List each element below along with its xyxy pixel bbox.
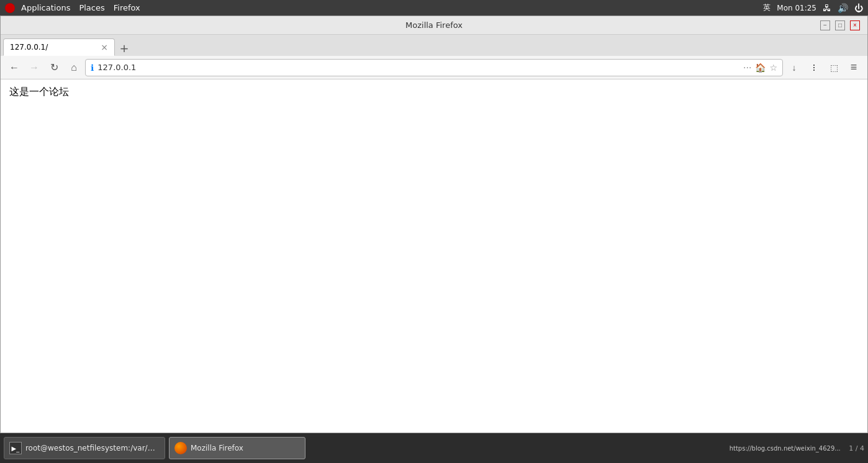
window-title: Mozilla Firefox [405, 20, 463, 30]
bookmark-star-icon[interactable]: ☆ [769, 63, 777, 73]
volume-icon[interactable]: 🔊 [838, 3, 848, 13]
nav-bar: ← → ↻ ⌂ ℹ 127.0.0.1 ··· 🏠 ☆ ↓ ⫶ ⬚ ≡ [1, 56, 867, 79]
page-main-text: 这是一个论坛 [9, 86, 69, 97]
sidebar-icon[interactable]: ⬚ [825, 59, 843, 76]
title-bar: Mozilla Firefox − □ × [1, 16, 867, 35]
forward-button[interactable]: → [25, 59, 43, 76]
menu-places[interactable]: Places [79, 3, 104, 12]
system-bar-right: 英 Mon 01:25 🖧 🔊 ⏻ [763, 2, 863, 13]
url-bar-actions: ··· 🏠 ☆ [743, 63, 777, 73]
new-tab-button[interactable]: + [116, 40, 132, 56]
back-button[interactable]: ← [6, 59, 23, 76]
download-icon[interactable]: ↓ [785, 59, 803, 76]
pocket-icon[interactable]: 🏠 [755, 63, 766, 73]
url-text: 127.0.0.1 [97, 63, 739, 72]
minimize-button[interactable]: − [820, 20, 830, 30]
nav-right-icons: ↓ ⫶ ⬚ ≡ [785, 59, 862, 76]
menu-applications[interactable]: Applications [21, 3, 70, 12]
firefox-window: Mozilla Firefox − □ × 127.0.0.1/ × + ← →… [0, 16, 868, 433]
page-content: 这是一个论坛 [1, 79, 867, 433]
home-button[interactable]: ⌂ [65, 59, 83, 76]
library-icon[interactable]: ⫶ [805, 59, 823, 76]
system-bar: Applications Places Firefox 英 Mon 01:25 … [0, 0, 868, 16]
language-indicator[interactable]: 英 [763, 2, 771, 13]
power-icon[interactable]: ⏻ [854, 3, 863, 13]
close-button[interactable]: × [850, 20, 860, 30]
network-icon[interactable]: 🖧 [823, 3, 831, 13]
tab-close-button[interactable]: × [101, 42, 108, 52]
tab-label: 127.0.0.1/ [10, 43, 48, 52]
info-icon[interactable]: ℹ [91, 63, 94, 73]
restore-button[interactable]: □ [835, 20, 845, 30]
menu-icon[interactable]: ≡ [845, 59, 862, 76]
more-actions-icon[interactable]: ··· [743, 63, 751, 73]
system-bar-left: Applications Places Firefox [5, 3, 140, 13]
system-menu: Applications Places Firefox [21, 3, 140, 12]
menu-firefox[interactable]: Firefox [114, 3, 140, 12]
url-bar[interactable]: ℹ 127.0.0.1 ··· 🏠 ☆ [85, 59, 783, 76]
window-controls: − □ × [820, 20, 860, 30]
redhat-logo-icon[interactable] [5, 3, 15, 13]
browser-tab-0[interactable]: 127.0.0.1/ × [3, 38, 115, 56]
tab-bar: 127.0.0.1/ × + [1, 35, 867, 56]
refresh-button[interactable]: ↻ [45, 59, 63, 76]
clock: Mon 01:25 [777, 4, 816, 12]
